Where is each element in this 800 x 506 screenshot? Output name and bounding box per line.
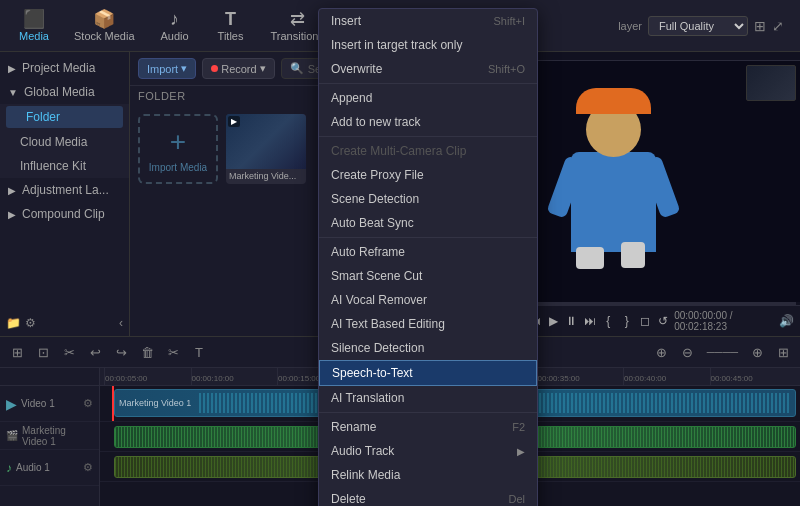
ctx-text-editing[interactable]: AI Text Based Editing	[319, 312, 537, 336]
ctx-add-track-label: Add to new track	[331, 115, 420, 129]
record-chevron-icon: ▾	[260, 62, 266, 75]
timeline-btn-redo[interactable]: ↪	[110, 341, 132, 363]
ctx-insert-target[interactable]: Insert in target track only	[319, 33, 537, 57]
toolbar-item-audio[interactable]: ♪ Audio	[149, 6, 201, 46]
rotate-button[interactable]: ↺	[656, 312, 671, 330]
toolbar-audio-label: Audio	[160, 30, 188, 42]
toolbar-transitions-label: Transitions	[271, 30, 324, 42]
ctx-overwrite[interactable]: Overwrite Shift+O	[319, 57, 537, 81]
sidebar-item-influence[interactable]: Influence Kit	[0, 154, 129, 178]
quality-select[interactable]: Full Quality	[648, 16, 748, 36]
ctx-divider-1	[319, 83, 537, 84]
ctx-audio-track-arrow: ▶	[517, 446, 525, 457]
timeline-btn-1[interactable]: ⊞	[6, 341, 28, 363]
sidebar-item-adjustment[interactable]: ▶ Adjustment La...	[0, 178, 129, 202]
ctx-silence-detect[interactable]: Silence Detection	[319, 336, 537, 360]
mark-out-button[interactable]: }	[619, 312, 634, 330]
ctx-append[interactable]: Append	[319, 86, 537, 110]
ctx-speech-to-text[interactable]: Speech-to-Text	[319, 360, 537, 386]
ctx-smart-scene-label: Smart Scene Cut	[331, 269, 422, 283]
ctx-ai-translation[interactable]: AI Translation	[319, 386, 537, 410]
ctx-multicam: Create Multi-Camera Clip	[319, 139, 537, 163]
ruler-mark-6: 00:00:35:00	[537, 368, 624, 385]
toolbar-stock-label: Stock Media	[74, 30, 135, 42]
ctx-vocal-remover[interactable]: AI Vocal Remover	[319, 288, 537, 312]
timeline-btn-delete[interactable]: 🗑	[136, 341, 158, 363]
project-media-label: Project Media	[22, 61, 95, 75]
ctx-add-new-track[interactable]: Add to new track	[319, 110, 537, 134]
timeline-btn-grid[interactable]: ⊞	[772, 341, 794, 363]
ctx-smart-scene[interactable]: Smart Scene Cut	[319, 264, 537, 288]
video-clip-name: Marketing Video 1	[115, 396, 195, 410]
timeline-btn-zoom-in[interactable]: ⊕	[651, 341, 673, 363]
ctx-multicam-label: Create Multi-Camera Clip	[331, 144, 466, 158]
toolbar-item-media[interactable]: ⬛ Media	[8, 6, 60, 46]
track-labels: ▶ Video 1 ⚙ 🎬 Marketing Video 1 ♪ Audio …	[0, 368, 100, 506]
audio-icon: ♪	[170, 10, 179, 28]
ctx-divider-3	[319, 237, 537, 238]
settings-icon[interactable]: ⚙	[25, 316, 36, 330]
sidebar-item-global-media[interactable]: ▼ Global Media	[0, 80, 129, 104]
sidebar-item-cloud[interactable]: Cloud Media	[0, 130, 129, 154]
ctx-rename[interactable]: Rename F2	[319, 415, 537, 439]
chevron-down-icon: ▼	[8, 87, 18, 98]
track-label-audio: ♪ Audio 1 ⚙	[0, 450, 99, 486]
import-button[interactable]: Import ▾	[138, 58, 196, 79]
ctx-rename-label: Rename	[331, 420, 376, 434]
transitions-icon: ⇄	[290, 10, 305, 28]
chevron-icon: ▶	[8, 63, 16, 74]
ctx-auto-reframe[interactable]: Auto Reframe	[319, 240, 537, 264]
volume-button[interactable]: 🔊	[779, 312, 794, 330]
ctx-vocal-remover-label: AI Vocal Remover	[331, 293, 427, 307]
titles-icon: T	[225, 10, 236, 28]
timeline-btn-3[interactable]: ✂	[58, 341, 80, 363]
ctx-delete[interactable]: Delete Del	[319, 487, 537, 506]
left-panel: ▶ Project Media ▼ Global Media Folder Cl…	[0, 52, 130, 336]
record-button[interactable]: Record ▾	[202, 58, 274, 79]
timeline-btn-fit[interactable]: ⊕	[746, 341, 768, 363]
context-menu: Insert Shift+I Insert in target track on…	[318, 8, 538, 506]
sidebar-item-compound[interactable]: ▶ Compound Clip	[0, 202, 129, 226]
play-button[interactable]: ▶	[545, 312, 560, 330]
grid-icon[interactable]: ⊞	[754, 18, 766, 34]
audio-track-options[interactable]: ⚙	[83, 461, 93, 474]
expand-icon[interactable]: ⤢	[772, 18, 784, 34]
timeline-btn-2[interactable]: ⊡	[32, 341, 54, 363]
mark-in-button[interactable]: {	[601, 312, 616, 330]
ctx-scene-detect[interactable]: Scene Detection	[319, 187, 537, 211]
add-folder-icon[interactable]: 📁	[6, 316, 21, 330]
audio-track-label: Audio 1	[16, 462, 50, 473]
adjustment-label: Adjustment La...	[22, 183, 109, 197]
timeline-btn-split[interactable]: ✂	[162, 341, 184, 363]
import-media-tile[interactable]: + Import Media	[138, 114, 218, 184]
ruler-mark-8: 00:00:45:00	[710, 368, 797, 385]
toolbar-item-stock[interactable]: 📦 Stock Media	[64, 6, 145, 46]
ctx-divider-2	[319, 136, 537, 137]
skip-forward-button[interactable]: ⏭	[582, 312, 597, 330]
ctx-relink-label: Relink Media	[331, 468, 400, 482]
ctx-proxy[interactable]: Create Proxy File	[319, 163, 537, 187]
timeline-btn-t[interactable]: T	[188, 341, 210, 363]
ruler-mark-7: 00:00:40:00	[623, 368, 710, 385]
preview-thumbnail-small[interactable]	[746, 65, 796, 101]
timeline-btn-zoom-out[interactable]: ⊖	[677, 341, 699, 363]
person-hat	[576, 88, 651, 114]
ctx-insert[interactable]: Insert Shift+I	[319, 9, 537, 33]
track-label-video: ▶ Video 1 ⚙	[0, 386, 99, 422]
ctx-rename-shortcut: F2	[512, 421, 525, 433]
global-media-label: Global Media	[24, 85, 95, 99]
pause-button[interactable]: ⏸	[564, 312, 579, 330]
preview-top-controls: layer Full Quality ⊞ ⤢	[618, 16, 784, 36]
media-thumb-1[interactable]: ▶ Marketing Vide...	[226, 114, 306, 184]
toolbar-item-titles[interactable]: T Titles	[205, 6, 257, 46]
collapse-icon[interactable]: ‹	[119, 316, 123, 330]
video-track-options[interactable]: ⚙	[83, 397, 93, 410]
timeline-btn-undo[interactable]: ↩	[84, 341, 106, 363]
ctx-audio-track[interactable]: Audio Track ▶	[319, 439, 537, 463]
ctx-relink[interactable]: Relink Media	[319, 463, 537, 487]
crop-button[interactable]: ◻	[637, 312, 652, 330]
sidebar-item-folder[interactable]: Folder	[6, 106, 123, 128]
plus-icon: +	[170, 126, 186, 158]
ctx-beat-sync[interactable]: Auto Beat Sync	[319, 211, 537, 235]
sidebar-item-project-media[interactable]: ▶ Project Media	[0, 56, 129, 80]
